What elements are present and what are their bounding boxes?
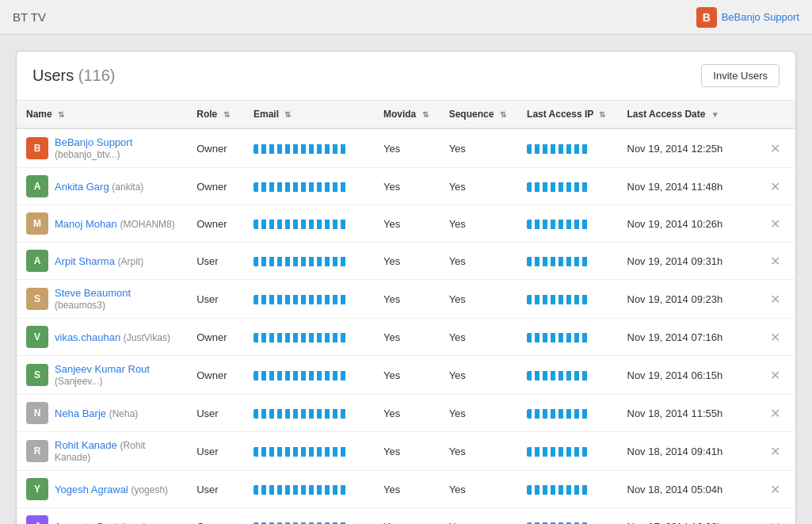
user-link[interactable]: Ankita Garg — [55, 181, 109, 193]
delete-button[interactable]: ✕ — [765, 480, 785, 499]
cell-action: ✕ — [756, 432, 795, 471]
user-link[interactable]: Rohit Kanade — [55, 439, 117, 451]
table-row: A Arpit Sharma (Arpit) UserYesYesNov 19,… — [17, 243, 795, 280]
avatar: J — [26, 515, 48, 524]
cell-last-access-ip — [517, 356, 617, 395]
delete-button[interactable]: ✕ — [765, 404, 785, 423]
email-redacted — [254, 409, 349, 419]
cell-movida: Yes — [374, 205, 440, 243]
col-header-last-access-date[interactable]: Last Access Date ▼ — [618, 101, 756, 128]
avatar: S — [26, 288, 48, 310]
cell-sequence: Yes — [440, 356, 517, 395]
sort-icon-role: ⇅ — [223, 110, 230, 119]
col-header-name[interactable]: Name ⇅ — [17, 101, 187, 128]
delete-button[interactable]: ✕ — [765, 328, 785, 346]
user-link[interactable]: BeBanjo Support — [55, 136, 132, 148]
delete-button[interactable]: ✕ — [765, 366, 785, 384]
table-header-row: Name ⇅ Role ⇅ Email ⇅ Movida ⇅ Sequence … — [17, 101, 795, 128]
cell-last-access-ip — [517, 280, 617, 319]
cell-role: Owner — [187, 508, 244, 525]
cell-email — [244, 168, 374, 205]
support-icon: B — [696, 7, 717, 28]
user-link[interactable]: Arpit Sharma — [55, 255, 115, 267]
ip-redacted — [527, 447, 590, 457]
cell-email — [244, 280, 374, 319]
cell-last-access-date: Nov 18, 2014 09:41h — [618, 432, 756, 471]
col-header-movida[interactable]: Movida ⇅ — [374, 101, 440, 128]
cell-action: ✕ — [756, 356, 795, 395]
cell-movida: Yes — [374, 395, 440, 432]
user-link[interactable]: Jannette Pool — [55, 521, 118, 525]
cell-name: S Sanjeev Kumar Rout (Sanjeev...) — [17, 356, 187, 395]
cell-action: ✕ — [756, 168, 795, 205]
table-row: N Neha Barje (Neha) UserYesYesNov 18, 20… — [17, 395, 795, 432]
avatar: A — [26, 175, 48, 197]
ip-redacted — [527, 257, 590, 266]
email-redacted — [254, 295, 349, 304]
app-title: BT TV — [13, 10, 46, 24]
email-redacted — [254, 220, 349, 229]
cell-role: User — [187, 395, 244, 432]
cell-sequence: Yes — [440, 168, 517, 205]
cell-last-access-date: Nov 18, 2014 05:04h — [618, 471, 756, 508]
cell-action: ✕ — [756, 243, 795, 280]
invite-users-button[interactable]: Invite Users — [701, 64, 780, 87]
cell-sequence: Yes — [440, 319, 517, 356]
cell-action: ✕ — [756, 319, 795, 356]
cell-last-access-ip — [517, 432, 617, 471]
user-link[interactable]: Yogesh Agrawal — [55, 484, 128, 495]
username: (ankita) — [112, 182, 143, 193]
cell-movida: Yes — [374, 471, 440, 508]
cell-movida: Yes — [374, 243, 440, 280]
avatar: A — [26, 250, 48, 272]
cell-movida: Yes — [374, 168, 440, 205]
username: (bebanjo_btv...) — [55, 149, 120, 160]
cell-sequence: Yes — [440, 243, 517, 280]
table-row: M Manoj Mohan (MOHANM8) OwnerYesYesNov 1… — [17, 205, 795, 243]
delete-button[interactable]: ✕ — [765, 252, 785, 270]
cell-role: Owner — [187, 356, 244, 395]
table-row: A Ankita Garg (ankita) OwnerYesYesNov 19… — [17, 168, 795, 205]
user-link[interactable]: Steve Beaumont — [55, 287, 131, 299]
topbar: BT TV B BeBanjo Support — [0, 0, 812, 35]
col-header-last-access-ip[interactable]: Last Access IP ⇅ — [517, 101, 617, 128]
col-header-role[interactable]: Role ⇅ — [187, 101, 244, 128]
col-header-email[interactable]: Email ⇅ — [244, 101, 374, 128]
cell-email — [244, 432, 374, 471]
cell-name: M Manoj Mohan (MOHANM8) — [17, 205, 187, 243]
email-redacted — [254, 485, 349, 495]
delete-button[interactable]: ✕ — [765, 215, 785, 233]
username: (jpool) — [120, 522, 147, 525]
user-link[interactable]: vikas.chauhan — [55, 331, 120, 343]
cell-last-access-ip — [517, 128, 617, 168]
delete-button[interactable]: ✕ — [765, 178, 785, 196]
delete-button[interactable]: ✕ — [765, 140, 785, 158]
email-redacted — [254, 371, 349, 381]
support-link[interactable]: BeBanjo Support — [722, 11, 799, 23]
delete-button[interactable]: ✕ — [765, 290, 785, 308]
users-table: Name ⇅ Role ⇅ Email ⇅ Movida ⇅ Sequence … — [17, 101, 795, 524]
cell-last-access-ip — [517, 508, 617, 525]
cell-sequence: Yes — [440, 395, 517, 432]
delete-button[interactable]: ✕ — [765, 442, 785, 461]
avatar: M — [26, 212, 48, 235]
cell-sequence: Yes — [440, 128, 517, 168]
ip-redacted — [527, 333, 590, 342]
cell-last-access-ip — [517, 319, 617, 356]
cell-sequence: Yes — [440, 508, 517, 525]
cell-email — [244, 395, 374, 432]
delete-button[interactable]: ✕ — [765, 518, 785, 525]
user-link[interactable]: Sanjeev Kumar Rout — [55, 363, 150, 375]
cell-last-access-date: Nov 19, 2014 12:25h — [618, 128, 756, 168]
cell-email — [244, 319, 374, 356]
cell-last-access-date: Nov 19, 2014 07:16h — [618, 319, 756, 356]
col-header-sequence[interactable]: Sequence ⇅ — [440, 101, 517, 128]
user-link[interactable]: Manoj Mohan — [55, 218, 117, 230]
cell-role: Owner — [187, 128, 244, 168]
user-link[interactable]: Neha Barje — [55, 407, 106, 419]
cell-last-access-date: Nov 19, 2014 09:23h — [618, 280, 756, 319]
cell-last-access-ip — [517, 471, 617, 508]
main-container: Users (116) Invite Users Name ⇅ Role ⇅ E… — [16, 51, 796, 524]
sort-icon-date: ▼ — [711, 110, 719, 119]
cell-movida: Yes — [374, 280, 440, 319]
